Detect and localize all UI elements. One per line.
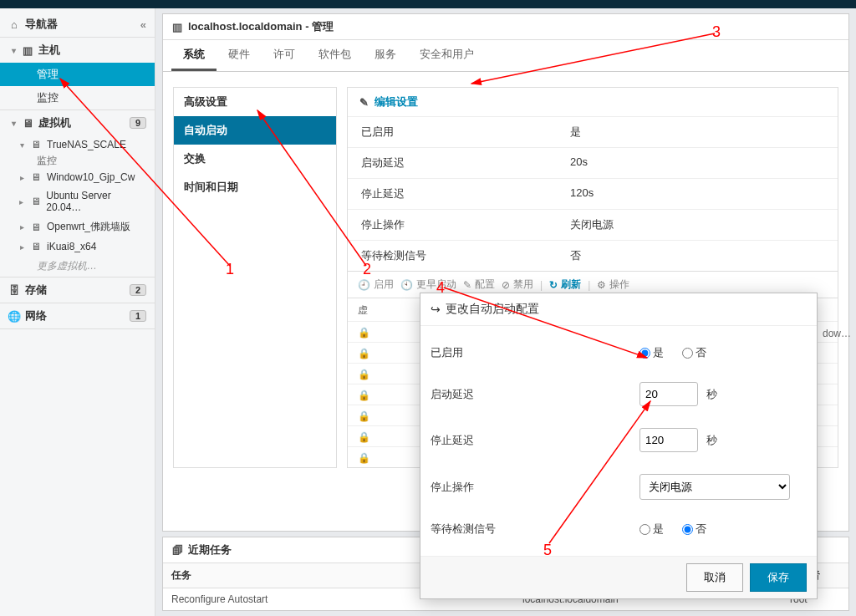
toolbar-refresh-label: 刷新 [561,277,581,292]
pencil-icon: ✎ [358,96,369,108]
window-topbar [0,0,856,8]
nav-vm-label: Ubuntu Server 20.04… [46,190,146,213]
nav-vm-truenas[interactable]: ▾ 🖥 TrueNAS_SCALE [0,135,155,154]
storage-count-badge: 2 [130,284,146,296]
prop-label: 停止操作 [361,217,570,232]
save-button[interactable]: 保存 [750,563,807,592]
tab-hardware[interactable]: 硬件 [217,40,262,71]
network-icon: 🌐 [8,310,20,322]
nav-more-vms[interactable]: 更多虚拟机… [0,256,155,277]
tab-packages[interactable]: 软件包 [307,40,363,71]
prop-value: 关闭电源 [570,217,614,232]
navigator-title: 导航器 [25,17,58,32]
radio-no[interactable]: 否 [682,345,706,360]
clock-icon: 🕘 [358,279,370,291]
nav-host-header[interactable]: ▾ ▥ 主机 [0,38,155,63]
panel-title-text: localhost.localdomain - 管理 [188,19,334,34]
lock-icon: 🔒 [358,389,370,401]
toolbar-earlier[interactable]: 🕙更早启动 [400,277,456,292]
nav-vm-ubuntu[interactable]: ▸ 🖥 Ubuntu Server 20.04… [0,186,155,216]
toolbar-enable[interactable]: 🕘启用 [358,277,394,292]
radio-yes-input[interactable] [639,524,650,535]
nav-network-label: 网络 [25,308,47,323]
tasks-icon: 🗐 [171,544,183,556]
startdelay-input[interactable] [639,382,698,406]
nav-storage-label: 存储 [25,283,47,298]
nav-section-host: ▾ ▥ 主机 管理 监控 [0,38,155,110]
clock-plus-icon: 🕙 [400,279,413,291]
toolbar-config[interactable]: ✎配置 [463,277,495,292]
refresh-icon: ↻ [549,279,558,291]
tab-system[interactable]: 系统 [171,40,217,71]
edit-settings-button[interactable]: ✎ 编辑设置 [348,88,838,116]
dialog-title: ↪ 更改自动启动配置 [420,293,817,326]
vm-icon: 🖥 [30,196,42,207]
radio-yes[interactable]: 是 [639,522,664,537]
nav-section-vm: ▾ 🖥 虚拟机 9 ▾ 🖥 TrueNAS_SCALE 监控 ▸ 🖥 Windo… [0,110,155,277]
cancel-button[interactable]: 取消 [686,563,743,592]
prop-row-stopdelay: 停止延迟 120s [348,178,838,209]
waitsignal-radio-group: 是 否 [639,522,716,537]
settings-item-advanced[interactable]: 高级设置 [174,88,336,116]
radio-no-input[interactable] [682,524,693,535]
prop-value: 20s [570,155,588,171]
prop-row-waitsignal: 等待检测信号 否 [348,240,838,271]
tab-services[interactable]: 服务 [363,40,408,71]
collapse-icon[interactable]: « [140,18,146,31]
toolbar-disable-label: 禁用 [513,277,533,292]
radio-no-label: 否 [696,345,706,360]
tab-license[interactable]: 许可 [262,40,307,71]
nav-item-monitor[interactable]: 监控 [0,86,155,109]
nav-network[interactable]: 🌐 网络 1 [0,303,155,329]
radio-no[interactable]: 否 [682,522,706,537]
nav-storage[interactable]: 🗄 存储 2 [0,277,155,303]
prop-row-enabled: 已启用 是 [348,116,838,147]
radio-yes-input[interactable] [639,348,650,359]
nav-vm-ikuai[interactable]: ▸ 🖥 iKuai8_x64 [0,237,155,256]
chevron-right-icon: ▸ [17,173,27,182]
chevron-down-icon: ▾ [8,46,18,55]
navigator-header: ⌂ 导航器 « [0,12,155,38]
settings-sidebar: 高级设置 自动启动 交换 时间和日期 [173,87,337,468]
nav-vm-header[interactable]: ▾ 🖥 虚拟机 9 [0,110,155,135]
toolbar-action[interactable]: ⚙操作 [597,277,629,292]
close-circle-icon: ⊘ [502,279,510,291]
lock-icon: 🔒 [358,348,370,359]
settings-item-swap[interactable]: 交换 [174,145,336,173]
toolbar-enable-label: 启用 [374,277,394,292]
vm-icon: 🖥 [30,241,42,252]
host-icon: ▥ [171,21,183,33]
stopaction-label: 停止操作 [431,480,639,495]
settings-item-autostart[interactable]: 自动启动 [174,116,336,145]
truncated-label: dow… [823,328,856,339]
nav-vm-truenas-monitor[interactable]: 监控 [0,154,155,168]
lock-icon: 🔒 [358,369,370,380]
toolbar-refresh[interactable]: ↻刷新 [549,277,581,292]
radio-no-input[interactable] [682,348,693,359]
nav-vm-openwrt[interactable]: ▸ 🖥 Openwrt_佛跳墙版 [0,216,155,237]
toolbar-disable[interactable]: ⊘禁用 [502,277,533,292]
nav-item-manage[interactable]: 管理 [0,63,155,86]
pencil-icon: ✎ [463,279,471,291]
lock-icon: 🔒 [358,410,370,422]
chevron-down-icon: ▾ [17,140,27,150]
network-count-badge: 1 [130,310,146,322]
seconds-label: 秒 [706,387,717,402]
prop-value: 是 [570,125,581,140]
dialog-title-text: 更改自动启动配置 [446,302,539,317]
settings-item-timedate[interactable]: 时间和日期 [174,173,336,201]
tab-security[interactable]: 安全和用户 [408,40,486,71]
stopaction-select[interactable]: 关闭电源 [639,474,790,500]
stopdelay-label: 停止延迟 [431,433,639,448]
nav-host-label: 主机 [38,43,60,58]
nav-vm-window10[interactable]: ▸ 🖥 Window10_Gjp_Cw [0,168,155,186]
radio-yes[interactable]: 是 [639,345,664,360]
stopdelay-input[interactable] [639,428,698,452]
chevron-right-icon: ▸ [17,197,27,206]
gear-icon: ⚙ [597,279,606,291]
drow-waitsignal: 等待检测信号 是 否 [431,511,807,547]
vm-count-badge: 9 [130,117,146,129]
lock-icon: 🔒 [358,431,370,443]
separator: | [588,279,590,291]
main-tabs: 系统 硬件 许可 软件包 服务 安全和用户 [163,40,848,72]
